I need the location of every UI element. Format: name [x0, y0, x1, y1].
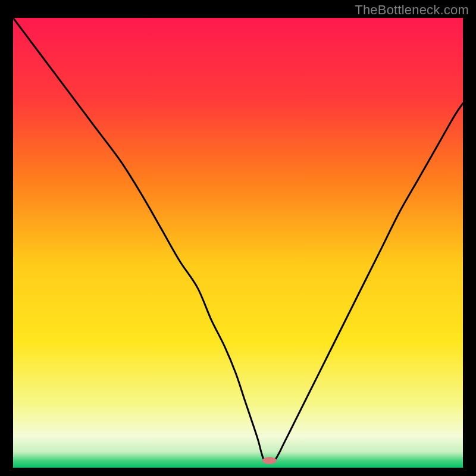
- plot-svg: [13, 18, 463, 468]
- watermark-text: TheBottleneck.com: [355, 2, 469, 18]
- chart-frame: TheBottleneck.com: [0, 0, 476, 476]
- min-marker: [262, 457, 277, 464]
- plot-background: [13, 18, 463, 468]
- bottleneck-plot: [13, 18, 463, 468]
